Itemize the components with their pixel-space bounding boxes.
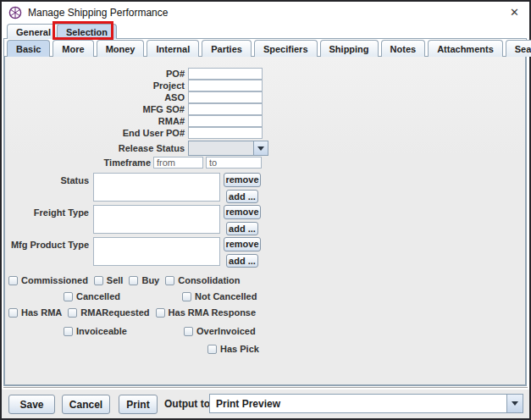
checkbox-row-1: Commissioned Sell Buy Consolidation (8, 275, 241, 285)
release-status-combobox[interactable] (188, 141, 268, 156)
checkbox-item-rma-requested[interactable]: RMARequested (68, 307, 149, 318)
checkbox-icon[interactable] (129, 276, 138, 285)
end-user-po-input[interactable] (188, 127, 263, 139)
freight-type-label: Freight Type (8, 205, 89, 218)
checkbox-icon[interactable] (156, 308, 165, 318)
freight-type-remove-button[interactable]: remove (224, 205, 261, 219)
checkbox-item-not-cancelled[interactable]: Not Cancelled (182, 291, 257, 301)
checkbox-item-commissioned[interactable]: Commissioned (8, 275, 88, 285)
output-to-label: Output to: (164, 398, 213, 410)
tab-notes[interactable]: Notes (381, 40, 426, 57)
footer-separator (3, 387, 528, 389)
chevron-down-icon[interactable] (506, 395, 523, 412)
mfg-product-type-label: Mfg Product Type (8, 237, 89, 250)
project-input[interactable] (188, 80, 263, 91)
freight-type-add-button[interactable]: add ... (226, 222, 258, 235)
field-row-rma: RMA# (68, 115, 263, 127)
mfg-product-type-add-button[interactable]: add ... (226, 254, 258, 268)
status-list-buttons: remove add ... (223, 173, 262, 203)
mfg-so-input[interactable] (188, 103, 263, 115)
checkbox-icon[interactable] (165, 276, 174, 285)
output-to-combobox[interactable]: Print Preview (209, 394, 523, 413)
release-status-label: Release Status (68, 143, 185, 153)
field-row-project: Project (68, 80, 263, 91)
rma-input[interactable] (188, 115, 263, 127)
rma-label: RMA# (68, 116, 185, 126)
mfg-product-type-listbox[interactable] (93, 237, 220, 266)
cancel-button[interactable]: Cancel (62, 395, 110, 414)
sub-tab-strip: Basic More Money Internal Parties Specif… (7, 40, 531, 57)
checkbox-item-sell[interactable]: Sell (94, 275, 124, 285)
checkbox-item-cancelled[interactable]: Cancelled (64, 291, 120, 301)
field-row-release-status: Release Status (68, 141, 268, 156)
aso-label: ASO (68, 92, 185, 102)
project-label: Project (68, 80, 185, 91)
mfg-product-type-remove-button[interactable]: remove (224, 237, 261, 251)
checkbox-item-over-invoiced[interactable]: OverInvoiced (184, 326, 256, 336)
tab-search-tags[interactable]: Search Tags (506, 40, 531, 57)
tab-basic[interactable]: Basic (7, 40, 50, 57)
checkbox-icon[interactable] (184, 327, 193, 336)
status-listbox[interactable] (93, 173, 220, 202)
title-bar: Manage Shipping Performance ✕ (2, 2, 529, 23)
annotation-rectangle (53, 21, 113, 40)
tab-more[interactable]: More (53, 40, 93, 57)
checkbox-icon[interactable] (8, 308, 18, 318)
timeframe-from-input[interactable] (153, 157, 203, 169)
po-label: PO# (68, 69, 185, 79)
chevron-down-icon[interactable] (253, 141, 268, 155)
status-list-row: Status remove add ... (8, 173, 262, 203)
tab-parties[interactable]: Parties (202, 40, 252, 57)
aso-input[interactable] (188, 91, 263, 103)
checkbox-item-consolidation[interactable]: Consolidation (165, 275, 240, 285)
mfg-product-type-list-buttons: remove add ... (223, 237, 262, 268)
checkbox-icon[interactable] (94, 276, 103, 285)
field-row-timeframe: Timeframe (68, 157, 262, 169)
checkbox-item-invoiceable[interactable]: Invoiceable (64, 326, 127, 336)
checkbox-item-has-rma-response[interactable]: Has RMA Response (156, 307, 257, 318)
checkbox-icon[interactable] (68, 308, 77, 318)
checkbox-icon[interactable] (182, 292, 191, 301)
freight-type-listbox[interactable] (93, 205, 220, 234)
field-row-end-user-po: End User PO# (68, 127, 263, 139)
checkbox-item-has-pick[interactable]: Has Pick (207, 344, 259, 354)
tab-general-label: General (16, 27, 51, 37)
checkbox-icon[interactable] (64, 327, 73, 336)
timeframe-label: Timeframe (68, 158, 151, 168)
window-title: Manage Shipping Performance (28, 7, 168, 19)
checkbox-row-3: Has RMA RMARequested Has RMA Response (8, 307, 256, 318)
output-to-value: Print Preview (210, 395, 506, 412)
status-add-button[interactable]: add ... (226, 190, 258, 203)
status-label: Status (8, 173, 89, 185)
tab-money[interactable]: Money (97, 40, 145, 57)
field-row-po: PO# (68, 68, 263, 80)
freight-type-list-buttons: remove add ... (223, 205, 262, 235)
tab-specifiers[interactable]: Specifiers (254, 40, 318, 57)
field-row-aso: ASO (68, 91, 263, 103)
print-button[interactable]: Print (119, 395, 158, 414)
release-status-value (189, 141, 253, 155)
mfg-product-type-list-row: Mfg Product Type remove add ... (8, 237, 262, 268)
save-button[interactable]: Save (8, 395, 55, 414)
tab-shipping[interactable]: Shipping (320, 40, 379, 57)
freight-type-list-row: Freight Type remove add ... (8, 205, 262, 235)
tab-attachments[interactable]: Attachments (428, 40, 503, 57)
checkbox-item-has-rma[interactable]: Has RMA (8, 307, 62, 318)
checkbox-item-buy[interactable]: Buy (129, 275, 159, 285)
mfg-so-label: MFG SO# (68, 104, 185, 114)
manage-shipping-performance-window: Manage Shipping Performance ✕ General Se… (0, 0, 531, 420)
po-input[interactable] (188, 68, 263, 80)
checkbox-icon[interactable] (64, 292, 73, 301)
timeframe-to-input[interactable] (206, 157, 262, 169)
tab-internal[interactable]: Internal (147, 40, 199, 57)
end-user-po-label: End User PO# (68, 128, 185, 138)
app-logo-icon (8, 6, 22, 19)
status-remove-button[interactable]: remove (224, 173, 261, 187)
close-icon[interactable]: ✕ (510, 6, 519, 19)
checkbox-icon[interactable] (8, 276, 18, 285)
field-row-mfg-so: MFG SO# (68, 103, 263, 115)
checkbox-icon[interactable] (207, 345, 217, 354)
